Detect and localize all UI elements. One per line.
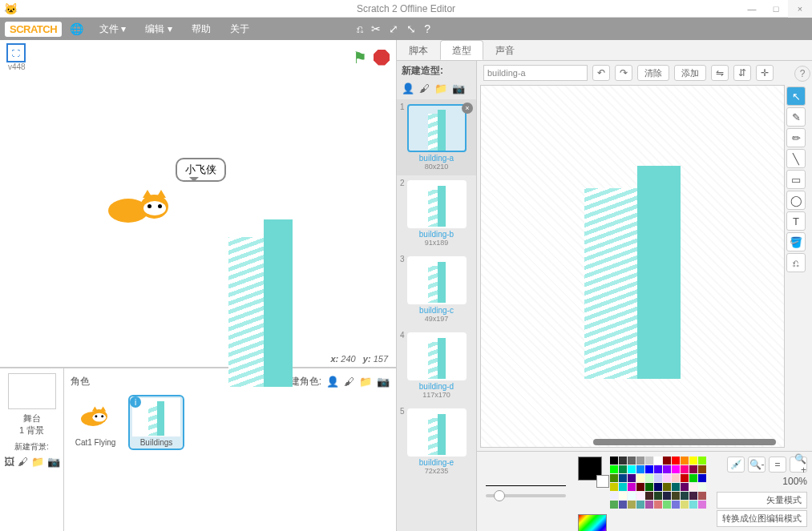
building-sprite[interactable] — [228, 211, 293, 387]
zoom-out-button[interactable]: 🔍- — [748, 457, 766, 473]
palette-color[interactable] — [698, 457, 706, 465]
tab-sounds[interactable]: 声音 — [483, 40, 527, 60]
costume-item[interactable]: 2 building-b 91x189 — [397, 175, 476, 251]
sprite-upload-icon[interactable]: 📁 — [359, 376, 372, 388]
costume-camera-icon[interactable]: 📷 — [452, 82, 465, 95]
stop-button[interactable] — [374, 50, 390, 66]
palette-color[interactable] — [689, 492, 697, 500]
palette-color[interactable] — [689, 457, 697, 465]
grow-tool[interactable]: ⤢ — [389, 22, 398, 35]
palette-color[interactable] — [689, 501, 697, 509]
backdrop-upload-icon[interactable]: 📁 — [31, 456, 44, 468]
costume-item[interactable]: 5 building-e 72x235 — [397, 404, 476, 480]
palette-color[interactable] — [610, 465, 618, 473]
palette-color[interactable] — [619, 465, 627, 473]
palette-color[interactable] — [610, 474, 618, 482]
palette-color[interactable] — [619, 457, 627, 465]
palette-color[interactable] — [672, 492, 680, 500]
palette-color[interactable] — [645, 501, 653, 509]
redo-button[interactable]: ↷ — [615, 65, 632, 81]
sprite-item-cat[interactable]: Cat1 Flying — [67, 395, 123, 450]
palette-color[interactable] — [628, 501, 636, 509]
palette-color[interactable] — [681, 492, 689, 500]
duplicate-tool[interactable]: ⎌ — [357, 22, 363, 35]
costume-item[interactable]: 4 building-d 117x170 — [397, 328, 476, 404]
palette-color[interactable] — [610, 457, 618, 465]
palette-color[interactable] — [636, 483, 644, 491]
palette-color[interactable] — [628, 457, 636, 465]
flip-h-button[interactable]: ⇋ — [711, 65, 729, 81]
rect-tool[interactable]: ▭ — [786, 170, 806, 189]
palette-color[interactable] — [663, 501, 671, 509]
costume-name-input[interactable] — [483, 65, 588, 81]
palette-color[interactable] — [628, 483, 636, 491]
palette-color[interactable] — [619, 483, 627, 491]
palette-color[interactable] — [636, 501, 644, 509]
palette-color[interactable] — [663, 474, 671, 482]
palette-color[interactable] — [619, 474, 627, 482]
palette-color[interactable] — [681, 501, 689, 509]
palette-color[interactable] — [663, 483, 671, 491]
costume-item[interactable]: 3 building-c 49x197 — [397, 251, 476, 328]
zoom-in-button[interactable]: 🔍+ — [790, 457, 807, 473]
help-menu[interactable]: 帮助 — [184, 22, 219, 36]
costume-library-icon[interactable]: 👤 — [402, 82, 414, 95]
palette-color[interactable] — [645, 492, 653, 500]
palette-color[interactable] — [610, 483, 618, 491]
delete-tool[interactable]: ✂ — [371, 22, 381, 35]
palette-color[interactable] — [619, 501, 627, 509]
palette-color[interactable] — [645, 465, 653, 473]
ellipse-tool[interactable]: ◯ — [786, 191, 806, 210]
file-menu[interactable]: 文件 ▾ — [91, 22, 134, 36]
duplicate-tool[interactable]: ⎌ — [786, 253, 806, 272]
green-flag-button[interactable]: ⚑ — [353, 48, 367, 67]
edit-menu[interactable]: 编辑 ▾ — [137, 22, 180, 36]
palette-color[interactable] — [698, 474, 706, 482]
tab-scripts[interactable]: 脚本 — [397, 40, 440, 60]
palette-color[interactable] — [663, 492, 671, 500]
palette-color[interactable] — [698, 465, 706, 473]
palette-color[interactable] — [628, 465, 636, 473]
backdrop-paint-icon[interactable]: 🖌 — [18, 456, 28, 468]
text-tool[interactable]: T — [786, 211, 806, 231]
palette-color[interactable] — [610, 492, 618, 500]
delete-costume-button[interactable]: × — [462, 103, 473, 114]
palette-color[interactable] — [645, 474, 653, 482]
palette-color[interactable] — [654, 457, 662, 465]
costume-item[interactable]: 1 × building-a 80x210 — [397, 99, 476, 175]
clear-button[interactable]: 清除 — [637, 65, 669, 81]
sprite-library-icon[interactable]: 👤 — [326, 376, 339, 388]
palette-color[interactable] — [645, 457, 653, 465]
about-menu[interactable]: 关于 — [222, 22, 257, 36]
palette-color[interactable] — [698, 501, 706, 509]
zoom-reset-button[interactable]: = — [769, 457, 786, 473]
backdrop-library-icon[interactable]: 🖼 — [4, 456, 14, 468]
eyedropper-button[interactable]: 💉 — [727, 457, 745, 473]
stroke-width-slider[interactable] — [486, 494, 566, 497]
palette-color[interactable] — [672, 483, 680, 491]
palette-color[interactable] — [654, 474, 662, 482]
sprite-info-button[interactable]: i — [130, 396, 141, 408]
palette-color[interactable] — [610, 501, 618, 509]
palette-color[interactable] — [645, 483, 653, 491]
add-button[interactable]: 添加 — [674, 65, 706, 81]
palette-color[interactable] — [628, 492, 636, 500]
cat-sprite[interactable] — [108, 187, 180, 235]
palette-color[interactable] — [636, 457, 644, 465]
costume-paint-icon[interactable]: 🖌 — [419, 82, 430, 95]
line-tool[interactable]: ╲ — [786, 149, 806, 168]
palette-color[interactable] — [672, 501, 680, 509]
sprite-item-buildings[interactable]: i Buildings — [128, 395, 184, 450]
select-tool[interactable]: ↖ — [786, 86, 806, 106]
color-picker-gradient[interactable] — [578, 514, 607, 531]
fill-tool[interactable]: 🪣 — [786, 232, 806, 251]
palette-color[interactable] — [636, 465, 644, 473]
convert-bitmap-button[interactable]: 转换成位图编辑模式 — [717, 510, 807, 527]
palette-color[interactable] — [636, 492, 644, 500]
palette-color[interactable] — [654, 501, 662, 509]
canvas-scrollbar[interactable] — [593, 439, 776, 445]
block-help-tool[interactable]: ? — [424, 22, 430, 35]
palette-color[interactable] — [681, 465, 689, 473]
fullscreen-button[interactable]: ⛶ — [6, 43, 26, 62]
language-menu[interactable]: 🌐 — [65, 22, 88, 35]
